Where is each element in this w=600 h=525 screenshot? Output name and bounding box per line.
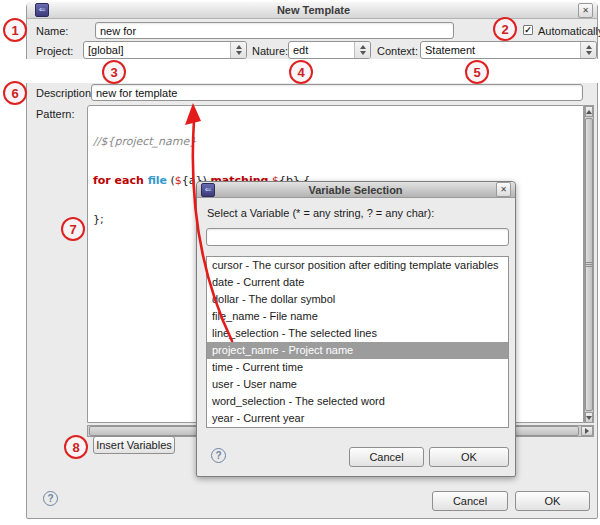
description-input[interactable]	[91, 84, 583, 101]
list-item[interactable]: dollar - The dollar symbol	[207, 291, 508, 308]
scroll-thumb[interactable]	[585, 118, 593, 411]
spinner-icon	[230, 42, 246, 58]
description-label: Description:	[36, 87, 94, 99]
screenshot-root: ⇐ New Template ✕ Name: Automatically Ins…	[0, 0, 600, 525]
context-select[interactable]: Statement	[420, 41, 597, 59]
spinner-icon	[354, 42, 370, 58]
spinner-icon	[580, 42, 596, 58]
insert-variables-button[interactable]: Insert Variables	[93, 436, 175, 454]
vs-help-button[interactable]: ?	[211, 448, 226, 463]
variable-list[interactable]: cursor - The cursor position after editi…	[206, 256, 509, 428]
annotation-circle-7: 7	[61, 217, 85, 241]
vs-ok-button[interactable]: OK	[429, 447, 509, 467]
project-select[interactable]: [global]	[83, 41, 247, 59]
list-item[interactable]: time - Current time	[207, 359, 508, 376]
cancel-button[interactable]: Cancel	[432, 491, 508, 511]
nature-select[interactable]: edt	[288, 41, 371, 59]
vs-cancel-button[interactable]: Cancel	[349, 447, 424, 467]
nature-value: edt	[289, 44, 354, 56]
ok-button[interactable]: OK	[515, 491, 590, 511]
pattern-vscrollbar[interactable]	[584, 105, 594, 423]
annotation-circle-2: 2	[493, 17, 517, 41]
context-value: Statement	[421, 44, 580, 56]
list-item[interactable]: line_selection - The selected lines	[207, 325, 508, 342]
variable-filter-input[interactable]	[206, 228, 509, 246]
close-button[interactable]: ✕	[578, 3, 593, 18]
grip-icon	[586, 262, 592, 267]
close-button[interactable]: ✕	[496, 182, 511, 197]
code-line: //${project_name}	[93, 135, 583, 148]
list-item[interactable]: word_selection - The selected word	[207, 393, 508, 410]
project-label: Project:	[36, 45, 73, 57]
vs-prompt: Select a Variable (* = any string, ? = a…	[207, 207, 434, 219]
vs-title: Variable Selection	[215, 184, 496, 196]
project-value: [global]	[84, 44, 230, 56]
list-item[interactable]: user - User name	[207, 376, 508, 393]
annotation-circle-3: 3	[102, 60, 126, 84]
list-item[interactable]: cursor - The cursor position after editi…	[207, 257, 508, 274]
annotation-circle-5: 5	[465, 60, 489, 84]
main-titlebar[interactable]: ⇐ New Template ✕	[27, 2, 597, 19]
annotation-circle-8: 8	[64, 435, 88, 459]
auto-insert-label: Automatically Insert	[538, 25, 600, 37]
scroll-up-icon[interactable]	[585, 106, 593, 117]
vs-titlebar[interactable]: ⇐ Variable Selection ✕	[197, 182, 515, 198]
template-icon: ⇐	[201, 183, 215, 197]
name-label: Name:	[36, 25, 68, 37]
annotation-circle-1: 1	[3, 18, 27, 42]
name-input[interactable]	[95, 22, 454, 39]
context-label: Context:	[377, 45, 418, 57]
list-item[interactable]: file_name - File name	[207, 308, 508, 325]
help-button[interactable]: ?	[43, 491, 58, 506]
annotation-circle-6: 6	[3, 81, 27, 105]
template-icon: ⇐	[35, 3, 49, 17]
variable-selection-dialog: ⇐ Variable Selection ✕ Select a Variable…	[196, 181, 516, 477]
pattern-label: Pattern:	[36, 108, 75, 120]
nature-label: Nature:	[252, 45, 288, 57]
scroll-right-icon[interactable]	[581, 426, 593, 436]
list-item[interactable]: date - Current date	[207, 274, 508, 291]
scroll-down-icon[interactable]	[585, 412, 593, 423]
list-item[interactable]: year - Current year	[207, 410, 508, 427]
auto-insert-checkbox[interactable]	[523, 25, 533, 35]
main-title: New Template	[49, 4, 578, 16]
list-item-selected[interactable]: project_name - Project name	[207, 342, 508, 359]
annotation-circle-4: 4	[289, 60, 313, 84]
